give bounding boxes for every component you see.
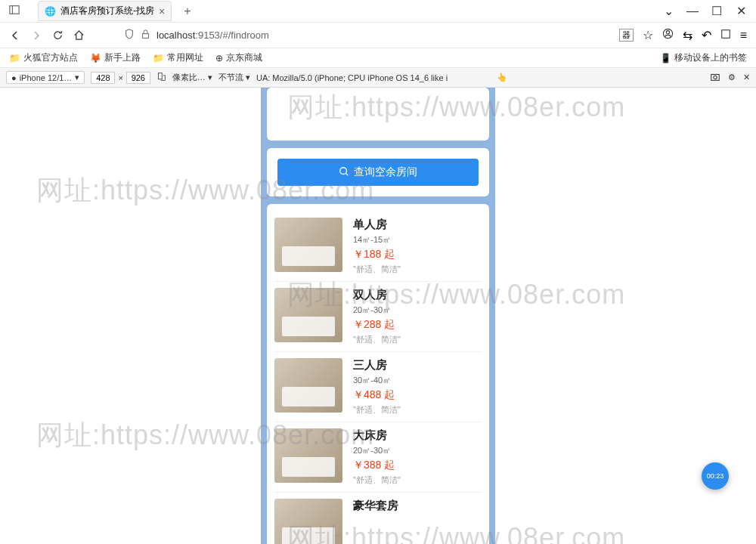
room-size: 20㎡-30㎡ — [353, 304, 482, 316]
globe-icon: 🌐 — [45, 6, 56, 17]
filter-card — [267, 88, 489, 141]
downloads-icon[interactable] — [720, 29, 731, 42]
tab-title: 酒店客房预订系统-找房 — [60, 5, 154, 17]
recording-timer[interactable]: 00:23 — [702, 462, 729, 490]
svg-point-4 — [666, 31, 669, 34]
bookmark-item[interactable]: 📁常用网址 — [153, 51, 203, 64]
new-tab-button[interactable]: + — [184, 5, 191, 18]
url-input[interactable]: localhost:9153/#/findroom — [156, 29, 269, 41]
dimension-x: × — [118, 73, 122, 82]
room-title: 双人房 — [353, 288, 482, 302]
firefox-icon: 🦊 — [90, 53, 101, 63]
room-item[interactable]: 单人房 14㎡-15㎡ ￥188 起 "舒适、简洁" — [274, 212, 482, 282]
throttle-selector[interactable]: 不节流 ▾ — [218, 72, 250, 83]
room-image — [274, 499, 342, 544]
bookmark-item[interactable]: 🦊新手上路 — [90, 51, 141, 64]
room-item[interactable]: 豪华套房 — [274, 493, 482, 544]
room-price: ￥288 起 — [353, 318, 482, 332]
mobile-viewport: 查询空余房间 单人房 14㎡-15㎡ ￥188 起 "舒适、简洁" 双人房 20… — [261, 88, 495, 544]
globe-icon: ⊕ — [215, 53, 223, 63]
room-size: 20㎡-30㎡ — [353, 445, 482, 456]
library-icon[interactable]: ↶ — [702, 28, 711, 42]
bookmark-item[interactable]: ⊕京东商城 — [215, 51, 262, 64]
room-item[interactable]: 三人房 30㎡-40㎡ ￥488 起 "舒适、简洁" — [274, 352, 482, 422]
svg-point-9 — [340, 167, 347, 174]
svg-rect-0 — [10, 5, 19, 14]
account-icon[interactable] — [662, 28, 674, 42]
back-button[interactable] — [9, 29, 21, 42]
rotate-icon[interactable] — [156, 72, 166, 83]
room-price: ￥188 起 — [353, 248, 482, 261]
touch-icon[interactable]: 👆 — [497, 73, 507, 82]
room-size: 30㎡-40㎡ — [353, 375, 482, 386]
minimize-button[interactable]: — — [686, 5, 699, 17]
settings-icon[interactable]: ⚙ — [728, 73, 736, 82]
room-image — [274, 428, 342, 483]
mobile-icon: 📱 — [660, 53, 671, 63]
room-image — [274, 218, 342, 272]
viewport-width-input[interactable] — [91, 72, 115, 84]
viewport-height-input[interactable] — [126, 72, 150, 84]
room-title: 三人房 — [353, 358, 482, 372]
room-size: 14㎡-15㎡ — [353, 234, 482, 246]
close-devtools-button[interactable]: ✕ — [743, 73, 750, 82]
sidebar-icon[interactable] — [9, 5, 20, 18]
chevron-down-icon[interactable]: ⌄ — [662, 5, 674, 17]
svg-point-8 — [714, 76, 717, 79]
mobile-bookmarks[interactable]: 📱移动设备上的书签 — [660, 51, 747, 64]
room-image — [274, 358, 342, 413]
room-description: "舒适、简洁" — [353, 404, 482, 416]
svg-rect-2 — [142, 33, 148, 38]
dpr-selector[interactable]: 像素比… ▾ — [172, 72, 212, 83]
room-description: "舒适、简洁" — [353, 334, 482, 345]
room-description: "舒适、简洁" — [353, 264, 482, 275]
menu-button[interactable]: ≡ — [740, 29, 747, 42]
svg-rect-6 — [158, 73, 162, 79]
room-price: ￥488 起 — [353, 388, 482, 402]
room-item[interactable]: 大床房 20㎡-30㎡ ￥388 起 "舒适、简洁" — [274, 422, 482, 493]
screenshot-icon[interactable] — [710, 72, 720, 84]
room-title: 单人房 — [353, 218, 482, 232]
extensions-icon[interactable]: ⇆ — [683, 28, 692, 42]
room-price: ￥388 起 — [353, 459, 482, 472]
search-rooms-button[interactable]: 查询空余房间 — [277, 159, 479, 186]
browser-tab[interactable]: 🌐 酒店客房预订系统-找房 × — [38, 1, 172, 21]
room-item[interactable]: 双人房 20㎡-30㎡ ￥288 起 "舒适、简洁" — [274, 282, 482, 352]
close-window-button[interactable]: ✕ — [735, 5, 747, 17]
reload-button[interactable] — [51, 29, 64, 42]
svg-line-10 — [346, 173, 349, 175]
room-image — [274, 288, 342, 342]
folder-icon: 📁 — [9, 53, 20, 63]
close-icon[interactable]: × — [159, 5, 165, 17]
bookmark-item[interactable]: 📁火狐官方站点 — [9, 51, 78, 64]
forward-button[interactable] — [30, 29, 42, 42]
folder-icon: 📁 — [153, 53, 164, 63]
home-button[interactable] — [73, 29, 85, 42]
reader-icon[interactable]: 器 — [619, 29, 634, 42]
maximize-button[interactable]: ☐ — [711, 5, 723, 17]
room-description: "舒适、简洁" — [353, 474, 482, 486]
lock-icon[interactable] — [141, 29, 150, 42]
room-title: 大床房 — [353, 428, 482, 443]
search-icon — [339, 166, 349, 179]
shield-icon[interactable] — [124, 29, 135, 42]
svg-rect-7 — [711, 74, 720, 80]
device-selector[interactable]: ●iPhone 12/1…▾ — [6, 71, 85, 84]
bookmark-star-icon[interactable]: ☆ — [643, 28, 653, 42]
room-title: 豪华套房 — [353, 499, 482, 513]
svg-rect-5 — [721, 29, 730, 38]
